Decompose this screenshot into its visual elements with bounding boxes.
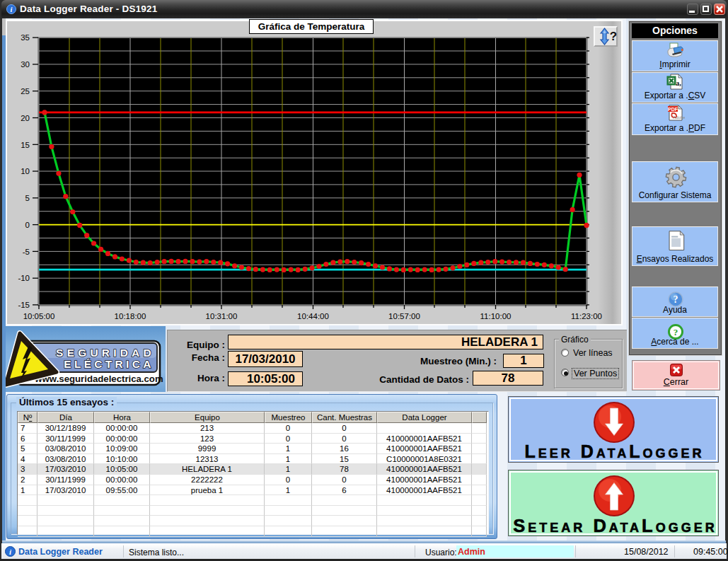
- svg-text:10:05:00: 10:05:00: [23, 312, 55, 320]
- svg-text:-5: -5: [23, 248, 30, 256]
- svg-text:-15: -15: [18, 301, 30, 309]
- svg-text:ELÉCTRICA: ELÉCTRICA: [64, 358, 154, 370]
- svg-text:25: 25: [21, 87, 30, 96]
- svg-text:20: 20: [21, 114, 30, 122]
- svg-text:10:57:00: 10:57:00: [388, 312, 420, 320]
- svg-text:i: i: [11, 6, 13, 13]
- svg-text:PDF: PDF: [668, 107, 678, 112]
- svg-text:?: ?: [610, 30, 617, 43]
- svg-text:10:18:00: 10:18:00: [115, 312, 146, 320]
- svg-text:0: 0: [25, 221, 30, 229]
- svg-text:30: 30: [21, 60, 30, 69]
- svg-text:a,: a,: [676, 79, 681, 87]
- svg-text:15: 15: [21, 141, 30, 149]
- svg-text:5: 5: [25, 194, 30, 202]
- svg-text:11:23:00: 11:23:00: [571, 312, 602, 320]
- svg-text:10: 10: [21, 167, 30, 175]
- svg-text:Adobe: Adobe: [673, 115, 685, 120]
- svg-text:?: ?: [674, 294, 678, 305]
- svg-text:11:10:00: 11:10:00: [480, 312, 512, 320]
- svg-text:SEGURIDAD: SEGURIDAD: [56, 347, 155, 359]
- svg-text:10:44:00: 10:44:00: [297, 312, 329, 320]
- svg-text:35: 35: [21, 33, 30, 42]
- svg-text:-10: -10: [18, 274, 30, 282]
- svg-text:10:31:00: 10:31:00: [206, 312, 238, 320]
- svg-text:?: ?: [674, 327, 678, 337]
